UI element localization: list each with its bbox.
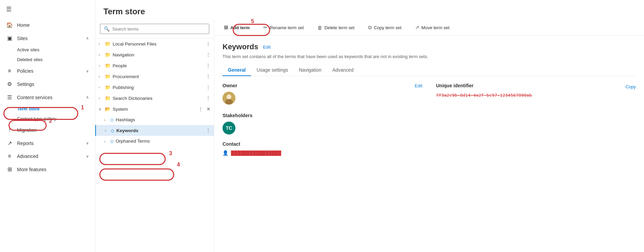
contact-value: ████████████████: [231, 150, 281, 156]
settings-icon: ⚙: [6, 81, 13, 87]
svg-point-2: [225, 99, 233, 105]
chevron-right-icon: ›: [99, 53, 103, 57]
folder-icon: 📁: [105, 52, 111, 57]
sidebar-item-content-services[interactable]: ☰ Content services ∧: [0, 91, 95, 104]
sidebar-item-label: More features: [17, 167, 46, 172]
sidebar-item-reports[interactable]: ↗ Reports ∨: [0, 137, 95, 150]
tree-item-orphaned-terms[interactable]: › ◇ Orphaned Terms: [95, 136, 214, 146]
hamburger-menu[interactable]: ☰: [0, 0, 95, 18]
sidebar-item-term-store[interactable]: Term store: [0, 104, 95, 114]
avatar-svg: [222, 92, 235, 105]
tag-icon: ◇: [110, 117, 114, 122]
search-box[interactable]: 🔍: [100, 24, 209, 34]
tab-usage-settings[interactable]: Usage settings: [251, 65, 294, 76]
detail-body: Keywords Edit This term set contains all…: [214, 36, 644, 252]
tree-item-keywords[interactable]: › ◇ Keywords ⋮: [95, 125, 214, 136]
stakeholders-label: Stakeholders: [222, 113, 636, 118]
unique-id-value: 7f3a2c9b-8d14-4e2f-bc97-1234567890ab: [436, 93, 532, 98]
tab-navigation[interactable]: Navigation: [294, 65, 327, 76]
chevron-down-icon: ∨: [86, 154, 89, 159]
sidebar-item-active-sites[interactable]: Active sites: [0, 45, 95, 55]
owner-edit-link[interactable]: Edit: [415, 83, 422, 88]
more-options-icon[interactable]: ⋮: [206, 128, 211, 133]
search-input[interactable]: [112, 26, 205, 32]
chevron-right-icon: ›: [99, 74, 103, 78]
owner-label: Owner Edit: [222, 83, 423, 88]
copy-icon: ⧉: [368, 24, 372, 31]
sidebar-item-migration[interactable]: ↑ Migration: [0, 124, 95, 137]
more-options-icon[interactable]: ⋮: [206, 63, 211, 68]
sidebar-item-label: Content services: [17, 95, 52, 100]
more-options-icon[interactable]: ⋮: [206, 41, 211, 47]
sites-icon: ▣: [6, 35, 13, 41]
move-term-set-button[interactable]: ↗ Move term set: [412, 23, 452, 32]
add-term-icon: ⊞: [224, 24, 228, 31]
rename-icon: ✏: [263, 24, 268, 31]
tree-item-navigation[interactable]: › 📁 Navigation ⋮: [95, 49, 214, 60]
tag-icon: ◇: [110, 139, 114, 144]
tab-advanced[interactable]: Advanced: [327, 65, 359, 76]
tree-item-label: Procurement: [113, 74, 139, 79]
chevron-right-icon: ›: [99, 42, 103, 46]
detail-description: This term set contains all of the terms …: [222, 54, 636, 59]
folder-icon: 📁: [105, 85, 111, 90]
sidebar-item-advanced[interactable]: ≡ Advanced ∨: [0, 150, 95, 163]
sidebar-item-home[interactable]: 🏠 Home: [0, 18, 95, 32]
delete-term-set-button[interactable]: 🗑 Delete term set: [315, 23, 357, 32]
sidebar-item-content-type-gallery[interactable]: Content type gallery: [0, 114, 95, 124]
more-options-icon[interactable]: ⋮: [206, 95, 211, 101]
contact-label: Contact: [222, 141, 636, 147]
sidebar-item-policies[interactable]: ≡ Policies ∨: [0, 65, 95, 77]
sidebar-item-label: Settings: [17, 82, 34, 87]
more-options-icon[interactable]: ⋮: [198, 106, 203, 112]
more-options-icon[interactable]: ⋮: [206, 74, 211, 79]
tree-item-label: Orphaned Terms: [116, 139, 150, 144]
detail-title: Keywords: [222, 42, 258, 51]
sidebar-item-settings[interactable]: ⚙ Settings: [0, 77, 95, 91]
advanced-icon: ≡: [6, 153, 13, 159]
tree-item-search-dictionaries[interactable]: › 📁 Search Dictionaries ⋮: [95, 93, 214, 104]
policies-icon: ≡: [6, 68, 13, 74]
sidebar-item-more-features[interactable]: ⊞ More features: [0, 163, 95, 176]
owner-uid-row: Owner Edit: [222, 83, 636, 105]
detail-tabs: General Usage settings Navigation Advanc…: [222, 65, 636, 76]
sidebar-item-label: Sites: [17, 36, 28, 41]
more-options-icon[interactable]: ⋮: [206, 85, 211, 90]
more-options-icon[interactable]: ⋮: [206, 52, 211, 57]
tree-item-publishing[interactable]: › 📁 Publishing ⋮: [95, 82, 214, 93]
sidebar-item-sites[interactable]: ▣ Sites ∧: [0, 32, 95, 45]
term-tree-panel: 🔍 › 📁 Local Personnel Files ⋮ ›: [95, 20, 214, 252]
chevron-right-icon: ›: [99, 96, 103, 100]
tree-item-local-personnel[interactable]: › 📁 Local Personnel Files ⋮: [95, 38, 214, 49]
migration-icon: ↑: [6, 127, 13, 133]
folder-icon: 📁: [105, 63, 111, 68]
search-icon: 🔍: [104, 26, 110, 32]
title-edit-link[interactable]: Edit: [263, 44, 270, 50]
tree-item-system[interactable]: ∨ 📂 System ⋮ ✕: [95, 104, 214, 114]
content-services-icon: ☰: [6, 94, 13, 101]
contact-section: Contact 👤 ████████████████: [222, 141, 636, 156]
tree-item-hashtags[interactable]: › ◇ Hashtags: [95, 114, 214, 125]
rename-term-set-button[interactable]: ✏ Rename term set: [261, 23, 307, 32]
tree-item-label: Local Personnel Files: [113, 41, 156, 47]
copy-term-set-button[interactable]: ⧉ Copy term set: [365, 23, 404, 32]
tree-item-label: Keywords: [116, 128, 138, 133]
detail-panel: ⊞ Add term ✏ Rename term set 🗑 Delete te…: [214, 20, 644, 252]
tree-item-label: Hashtags: [116, 117, 135, 122]
sidebar: ☰ 🏠 Home ▣ Sites ∧ Active sites Deleted …: [0, 0, 95, 252]
tree-item-people[interactable]: › 📁 People ⋮: [95, 60, 214, 71]
folder-open-icon: 📂: [105, 106, 111, 112]
tree-item-label: Search Dictionaries: [113, 96, 152, 101]
term-tree-header: 🔍: [95, 20, 214, 38]
tree-item-procurement[interactable]: › 📁 Procurement ⋮: [95, 71, 214, 82]
chevron-right-icon: ›: [104, 118, 108, 122]
page-title: Term store: [95, 0, 644, 20]
add-term-button[interactable]: ⊞ Add term: [221, 23, 252, 32]
sidebar-item-label: Advanced: [17, 154, 38, 159]
tab-general[interactable]: General: [222, 65, 251, 76]
sidebar-item-label: Policies: [17, 68, 33, 74]
copy-uid-link[interactable]: Copy: [626, 84, 636, 89]
close-icon[interactable]: ✕: [207, 106, 211, 112]
chevron-right-icon: ›: [104, 139, 108, 143]
sidebar-item-deleted-sites[interactable]: Deleted sites: [0, 55, 95, 65]
